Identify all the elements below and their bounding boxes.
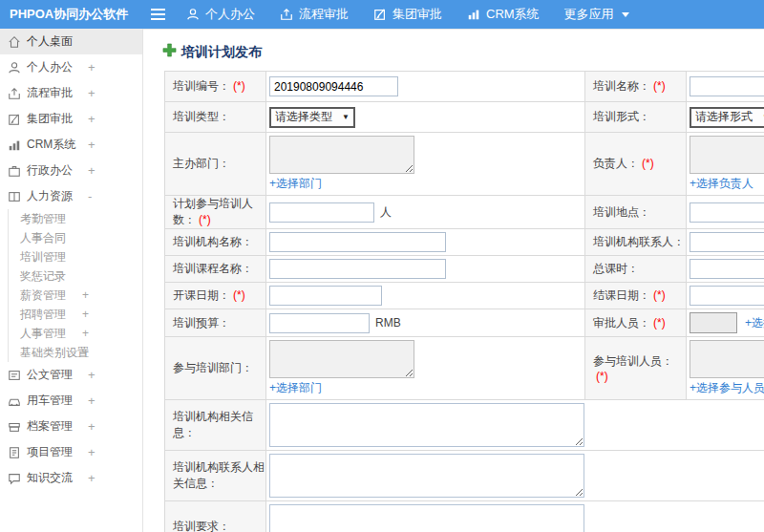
training-type-select[interactable]: 请选择类型 ▼ — [269, 107, 355, 128]
end-date-input[interactable] — [690, 286, 764, 306]
user-icon — [186, 8, 200, 21]
host-dept-textarea[interactable] — [269, 136, 414, 174]
add-icon — [162, 43, 177, 61]
car-icon — [8, 394, 21, 408]
selected-option: 请选择形式 — [695, 109, 753, 125]
expand-toggle[interactable]: + — [88, 368, 96, 382]
menu-toggle-icon[interactable] — [151, 9, 165, 20]
main-content: 培训计划发布 培训编号：(*) 培训名称：(*) 培训类型： 请选择类型 ▼ 培… — [143, 29, 764, 532]
training-no-input[interactable] — [269, 76, 398, 96]
org-contact-input[interactable] — [690, 232, 764, 252]
sidebar-subitem-base-category[interactable]: 基础类别设置 + — [9, 343, 142, 362]
field-label: 总课时： — [593, 262, 639, 275]
topbar: PHPOA协同办公软件 个人办公 流程审批 集团审批 CRM系统 更多应用 — [0, 0, 764, 29]
field-label: 参与培训部门： — [173, 361, 253, 374]
sidebar-subitem-label: 招聘管理 — [20, 308, 66, 321]
expand-toggle[interactable]: + — [88, 86, 96, 100]
sidebar-item-knowledge[interactable]: 知识交流 + — [0, 465, 142, 491]
sidebar-item-admin-office[interactable]: 行政办公 + — [0, 158, 142, 183]
expand-toggle[interactable]: + — [88, 112, 96, 126]
select-leader-link[interactable]: +选择负责人 — [690, 177, 753, 190]
expand-toggle[interactable]: + — [82, 324, 89, 343]
field-label: 培训机构联系人相关信息： — [173, 460, 265, 490]
sidebar-item-project[interactable]: 项目管理 + — [0, 439, 142, 465]
select-dept-link[interactable]: +选择部门 — [269, 177, 322, 190]
sidebar-item-flow-approval[interactable]: 流程审批 + — [0, 80, 142, 106]
page-title-row: 培训计划发布 — [162, 43, 764, 61]
sidebar-item-group-approval[interactable]: 集团审批 + — [0, 106, 142, 132]
sidebar-item-vehicle[interactable]: 用车管理 + — [0, 388, 142, 414]
nav-label: 更多应用 — [564, 6, 614, 23]
sidebar-item-personal-desktop[interactable]: 个人桌面 — [0, 29, 142, 54]
currency-suffix: RMB — [375, 316, 401, 330]
required-marker: (*) — [642, 157, 654, 170]
nav-crm-system[interactable]: CRM系统 — [467, 6, 540, 23]
chart-icon — [8, 138, 21, 152]
page-title: 培训计划发布 — [181, 44, 262, 61]
required-marker: (*) — [199, 213, 211, 226]
expand-toggle[interactable]: + — [82, 286, 89, 305]
planned-count-input[interactable] — [269, 202, 374, 223]
sidebar-item-docs[interactable]: 公文管理 + — [0, 362, 142, 388]
expand-toggle[interactable]: + — [88, 445, 96, 459]
edit-icon — [8, 113, 21, 126]
field-label: 培训预算： — [173, 316, 230, 330]
leader-textarea[interactable] — [690, 136, 764, 174]
training-mode-select[interactable]: 请选择形式 ▼ — [690, 107, 764, 128]
nav-flow-approval[interactable]: 流程审批 — [280, 6, 349, 23]
sidebar-subitem-training[interactable]: 培训管理 — [9, 247, 142, 266]
expand-toggle[interactable]: + — [82, 343, 89, 362]
sidebar-subitem-personnel[interactable]: 人事管理 + — [9, 324, 142, 343]
nav-label: 个人办公 — [205, 6, 255, 23]
sidebar-item-label: 集团审批 — [27, 111, 73, 127]
collapse-toggle[interactable]: - — [88, 189, 92, 203]
org-name-input[interactable] — [269, 232, 446, 252]
training-name-input[interactable] — [690, 76, 764, 96]
join-dept-textarea[interactable] — [269, 340, 414, 378]
expand-toggle[interactable]: + — [88, 471, 96, 485]
expand-toggle[interactable]: + — [88, 419, 96, 434]
sidebar-item-hr[interactable]: 人力资源 - — [0, 183, 142, 209]
sidebar-subitem-recruit[interactable]: 招聘管理 + — [9, 305, 142, 324]
expand-toggle[interactable]: + — [88, 394, 96, 408]
nav-more-apps[interactable]: 更多应用 — [564, 6, 629, 23]
join-people-textarea[interactable] — [690, 340, 764, 378]
sidebar-item-personal-office[interactable]: 个人办公 + — [0, 54, 142, 80]
course-name-input[interactable] — [269, 259, 446, 279]
unit-suffix: 人 — [380, 205, 392, 219]
form-row: 开课日期：(*) 结课日期：(*) — [165, 283, 764, 309]
sidebar-subitem-attendance[interactable]: 考勤管理 — [9, 209, 142, 228]
archive-icon — [8, 420, 21, 434]
total-hours-input[interactable] — [690, 259, 764, 279]
form-row: 培训机构名称： 培训机构联系人： — [165, 229, 764, 256]
approver-input[interactable] — [690, 312, 737, 333]
nav-personal-office[interactable]: 个人办公 — [186, 6, 255, 23]
start-date-input[interactable] — [269, 286, 382, 306]
expand-toggle[interactable]: + — [88, 163, 96, 178]
select-join-dept-link[interactable]: +选择部门 — [269, 381, 322, 394]
expand-toggle[interactable]: + — [88, 138, 96, 152]
nav-group-approval[interactable]: 集团审批 — [373, 6, 442, 23]
sidebar-item-archive[interactable]: 档案管理 + — [0, 414, 142, 439]
sidebar-item-label: 项目管理 — [27, 444, 73, 460]
app-title: PHPOA协同办公软件 — [0, 6, 143, 23]
budget-input[interactable] — [269, 313, 370, 333]
sidebar-subitem-label: 基础类别设置 — [20, 346, 89, 359]
org-contact-info-textarea[interactable] — [269, 454, 584, 498]
requirements-textarea[interactable] — [269, 504, 584, 532]
sidebar-item-crm[interactable]: CRM系统 + — [0, 132, 142, 158]
sidebar-subitem-rewards[interactable]: 奖惩记录 — [9, 266, 142, 286]
flow-icon — [280, 8, 293, 21]
sidebar-subitem-hr-contract[interactable]: 人事合同 — [9, 228, 142, 247]
form-row: 培训编号：(*) 培训名称：(*) — [165, 72, 764, 102]
location-input[interactable] — [690, 202, 764, 223]
expand-toggle[interactable]: + — [82, 305, 89, 324]
chat-icon — [8, 472, 21, 485]
select-approver-link[interactable]: +选择审批人员 — [745, 316, 764, 330]
expand-toggle[interactable]: + — [88, 60, 96, 74]
org-info-textarea[interactable] — [269, 403, 584, 447]
field-label: 培训编号： — [173, 79, 230, 93]
field-label: 培训名称： — [593, 79, 650, 93]
sidebar-subitem-salary[interactable]: 薪资管理 + — [9, 286, 142, 305]
select-join-people-link[interactable]: +选择参与人员 — [690, 381, 764, 394]
